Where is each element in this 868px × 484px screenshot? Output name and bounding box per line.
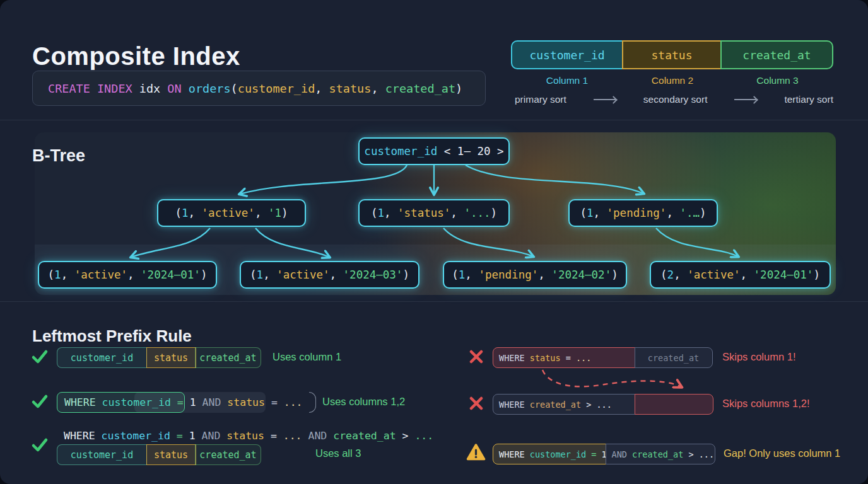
x-icon [467, 348, 485, 366]
index-column-customer-id: customer_id [511, 40, 623, 69]
btree-internal-node: (1, 'pending', '.…) [568, 199, 718, 227]
btree-leaf-node: (1, 'active', '2024–03') [240, 261, 419, 289]
rule-note: Skips column 1! [722, 351, 795, 363]
pill-cell-created-at: created_at [195, 347, 261, 368]
btree-internal-node: (1, 'status', '...) [358, 199, 510, 227]
btree-internal-node: (1, 'active', '1) [157, 199, 306, 227]
index-pill: customer_id status created_at [57, 444, 261, 465]
column-1-label: Column 1 [511, 75, 623, 86]
skip-dashed-arrow [542, 370, 681, 387]
prefix-rule-section-title: Leftmost Prefix Rule [32, 326, 192, 346]
query-box: WHERE customer_id = 1 AND status = ... [57, 392, 319, 413]
index-column-created-at: created_at [720, 40, 833, 69]
query-segment-unused: created_at [635, 347, 713, 368]
pill-cell-status: status [146, 444, 196, 465]
rule-note: Skips columns 1,2! [722, 398, 809, 410]
primary-sort-label: primary sort [515, 94, 566, 105]
query-text: WHERE customer_id = 1 AND status = ... [64, 392, 303, 413]
section-divider [0, 301, 868, 302]
page-title: Composite Index [32, 42, 240, 71]
query-box: WHERE created_at > ... [493, 394, 713, 415]
pill-cell-customer-id: customer_id [57, 444, 147, 465]
query-box: WHERE status = ... created_at [493, 347, 713, 368]
right-arrow-icon [594, 99, 616, 100]
check-icon [31, 393, 49, 410]
create-index-statement: CREATE INDEX idx ON orders(customer_id, … [48, 82, 462, 95]
query-text: WHERE customer_id = 1 AND status = ... A… [64, 430, 433, 442]
query-box: WHERE customer_id = 1 AND created_at > .… [493, 444, 715, 464]
sort-order-row: primary sort secondary sort tertiary sor… [515, 94, 833, 105]
warning-icon [466, 443, 486, 461]
btree-leaf-node: (1, 'active', '2024–01') [38, 261, 217, 289]
btree-root-node: customer_id < 1– 20 > [358, 137, 510, 165]
check-icon [31, 348, 49, 366]
rule-note: Uses column 1 [273, 351, 341, 363]
rule-note: Uses all 3 [315, 447, 361, 459]
btree-leaf-node: (1, 'pending', '2024–02') [443, 261, 627, 289]
pill-cell-customer-id: customer_id [57, 347, 147, 368]
create-index-code-box: CREATE INDEX idx ON orders(customer_id, … [32, 71, 486, 106]
index-column-labels: Column 1 Column 2 Column 3 [511, 75, 833, 86]
column-3-label: Column 3 [722, 75, 833, 86]
query-segment-skipped: WHERE status = ... [493, 347, 635, 368]
index-pill: customer_id status created_at [57, 347, 261, 368]
btree-leaf-node: (2, 'active', '2024–01') [650, 261, 831, 289]
btree-section-title: B-Tree [32, 146, 85, 166]
query-segment: WHERE created_at > ... [493, 394, 635, 415]
pill-cell-created-at: created_at [195, 444, 261, 465]
rule-note: Uses columns 1,2 [322, 396, 405, 408]
x-icon [467, 395, 485, 412]
query-segment-gap: AND created_at > ... [606, 444, 715, 464]
section-divider [0, 120, 868, 120]
rule-note: Gap! Only uses column 1 [724, 447, 840, 459]
query-closing-arc [309, 392, 316, 413]
query-segment-empty [635, 394, 713, 415]
secondary-sort-label: secondary sort [643, 94, 708, 105]
right-arrow-icon [734, 99, 757, 100]
tertiary-sort-label: tertiary sort [784, 94, 833, 105]
composite-index-infographic: Composite Index CREATE INDEX idx ON orde… [0, 0, 868, 484]
query-segment-prefix: WHERE customer_id = 1 [493, 444, 606, 464]
index-columns-widget: customer_id status created_at [511, 40, 833, 69]
index-column-status: status [622, 40, 722, 69]
column-2-label: Column 2 [623, 75, 722, 86]
pill-cell-status: status [146, 347, 196, 368]
check-icon [31, 436, 49, 454]
